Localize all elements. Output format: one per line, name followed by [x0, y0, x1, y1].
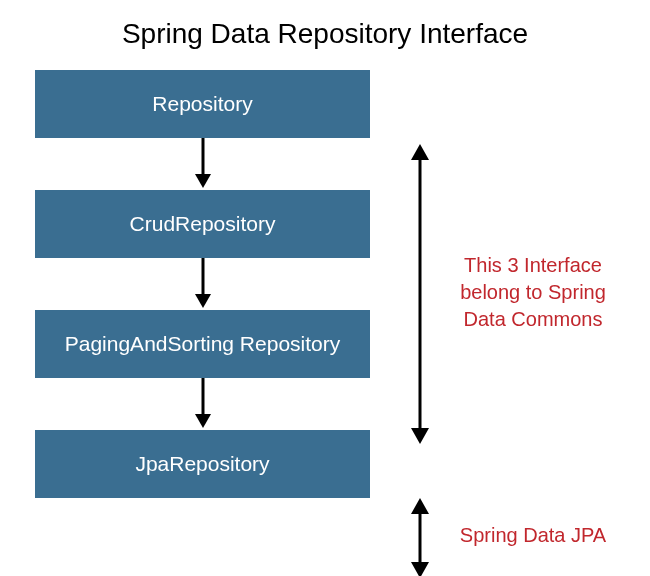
annotation-commons: This 3 Interface belong to Spring Data C…: [448, 252, 618, 333]
connector-arrow-3: [35, 378, 370, 430]
double-arrow-icon: [408, 144, 432, 444]
svg-marker-11: [411, 562, 429, 576]
svg-marker-9: [411, 498, 429, 514]
arrow-down-icon: [193, 378, 213, 430]
connector-arrow-1: [35, 138, 370, 190]
annotation-jpa: Spring Data JPA: [448, 522, 618, 549]
group-bracket-commons: [405, 144, 435, 444]
arrow-down-icon: [193, 138, 213, 190]
group-bracket-jpa: [405, 498, 435, 576]
svg-marker-6: [411, 144, 429, 160]
svg-marker-3: [195, 294, 211, 308]
arrow-down-icon: [193, 258, 213, 310]
box-paging-sorting-repository-label: PagingAndSorting Repository: [65, 331, 341, 356]
box-jpa-repository: JpaRepository: [35, 430, 370, 498]
box-repository: Repository: [35, 70, 370, 138]
svg-marker-8: [411, 428, 429, 444]
double-arrow-icon: [408, 498, 432, 576]
box-jpa-repository-label: JpaRepository: [135, 451, 269, 476]
box-repository-label: Repository: [152, 91, 252, 116]
svg-marker-5: [195, 414, 211, 428]
box-crud-repository: CrudRepository: [35, 190, 370, 258]
diagram-area: Repository CrudRepository PagingAndSorti…: [0, 70, 650, 498]
connector-arrow-2: [35, 258, 370, 310]
svg-marker-1: [195, 174, 211, 188]
box-paging-sorting-repository: PagingAndSorting Repository: [35, 310, 370, 378]
diagram-title: Spring Data Repository Interface: [0, 0, 650, 70]
box-crud-repository-label: CrudRepository: [130, 211, 276, 236]
